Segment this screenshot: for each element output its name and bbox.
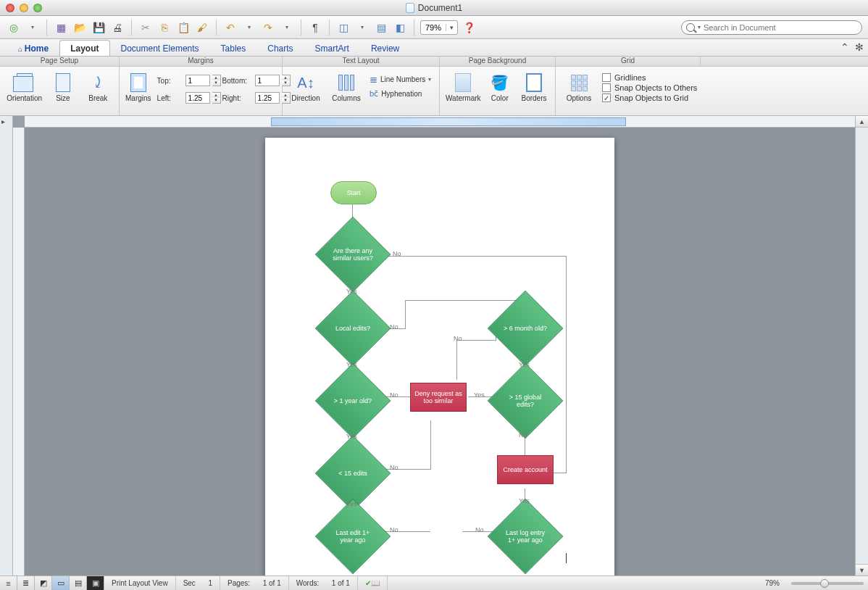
group-label-textlayout: Text Layout [283, 57, 440, 66]
view-print-layout-button[interactable]: ▭ [52, 576, 70, 590]
standard-toolbar: ◎ ▾ ▦ 📂 💾 🖨 ✂ ⎘ 📋 🖌 ↶ ▾ ↷ ▾ ¶ ◫ ▾ ▤ ◧ 79… [0, 16, 868, 39]
template-button[interactable]: ▦ [53, 20, 69, 36]
edge-label: Yes [346, 500, 357, 507]
edge-label: Yes [519, 497, 530, 504]
toolbox-button[interactable]: ▤ [373, 20, 389, 36]
grid-icon [571, 75, 588, 91]
save-button[interactable]: 💾 [91, 20, 107, 36]
status-spellcheck[interactable]: ✔📖 [358, 576, 388, 590]
edge-label: Yes [474, 391, 485, 399]
document-workspace: ▸ [0, 116, 868, 576]
collapse-ribbon-button[interactable]: ⌃ [840, 41, 849, 53]
flowchart-decision-15edits: < 15 edits [326, 446, 380, 500]
paste-button[interactable]: 📋 [175, 20, 191, 36]
snap-others-checkbox[interactable]: Snap Objects to Others [602, 83, 697, 92]
zoom-dropdown-icon[interactable]: ▾ [446, 24, 457, 31]
hyphenation-button[interactable]: bc̄ Hyphenation [370, 89, 431, 99]
gridlines-checkbox[interactable]: Gridlines [602, 73, 697, 82]
new-button[interactable]: ◎ [6, 20, 22, 36]
edge-label: Yes [519, 361, 530, 368]
document-page[interactable]: Start Are there any similar users? Local… [265, 138, 614, 576]
tab-home[interactable]: ⌂ Home [7, 40, 59, 56]
document-area[interactable]: Start Are there any similar users? Local… [25, 128, 855, 576]
pilcrow-button[interactable]: ¶ [307, 20, 323, 36]
columns-button[interactable]: Columns [329, 71, 364, 102]
ribbon-group-headers: Page Setup Margins Text Layout Page Back… [0, 57, 868, 67]
flowchart-decision-last-edit: Last edit 1+ year ago [326, 510, 380, 563]
open-button[interactable]: 📂 [72, 20, 88, 36]
view-draft-button[interactable]: ≡ [0, 576, 17, 590]
line-numbers-button[interactable]: ≣ Line Numbers ▾ [370, 74, 431, 85]
new-dropdown[interactable]: ▾ [25, 20, 41, 36]
status-zoom-readout[interactable]: 79% [758, 576, 787, 590]
watermark-icon [455, 73, 471, 92]
paint-bucket-icon: 🪣 [490, 72, 510, 93]
margin-right-spinner[interactable]: Right: 1.25 ▲▼ [222, 92, 291, 104]
view-focus-button[interactable]: ▣ [87, 576, 104, 590]
status-view-label: Print Layout View [104, 576, 176, 590]
redo-button[interactable]: ↷ [260, 20, 276, 36]
search-dropdown-icon[interactable]: ▾ [698, 24, 701, 30]
undo-dropdown[interactable]: ▾ [241, 20, 257, 36]
view-outline-button[interactable]: ≣ [17, 576, 35, 590]
edge-label: Yes [346, 288, 357, 295]
zoom-combo[interactable]: 79% ▾ [420, 20, 458, 35]
horizontal-ruler[interactable] [25, 116, 855, 128]
tab-charts[interactable]: Charts [256, 40, 304, 56]
edge-label: No [390, 391, 398, 399]
orientation-icon [17, 73, 33, 92]
tab-layout[interactable]: Layout [59, 40, 109, 56]
snap-grid-checkbox[interactable]: ✓Snap Objects to Grid [602, 94, 697, 102]
copy-button[interactable]: ⎘ [157, 20, 172, 36]
status-pages[interactable]: Pages: 1 of 1 [220, 576, 289, 590]
direction-button[interactable]: A↕ Direction [288, 71, 323, 102]
margin-left-spinner[interactable]: Left: 1.25 ▲▼ [157, 92, 221, 104]
margins-button[interactable]: Margins [125, 71, 151, 102]
nav-toggle-icon[interactable]: ▸ [0, 116, 12, 127]
tab-smartart[interactable]: SmartArt [304, 40, 360, 56]
group-label-pagesetup: Page Setup [0, 57, 120, 66]
orientation-button[interactable]: Orientation [6, 71, 43, 102]
redo-dropdown[interactable]: ▾ [279, 20, 295, 36]
search-field[interactable]: ▾ [681, 20, 862, 35]
margin-bottom-spinner[interactable]: Bottom: 1 ▲▼ [222, 75, 291, 86]
print-button[interactable]: 🖨 [109, 20, 125, 36]
edge-label: No [519, 431, 527, 439]
scroll-down-button[interactable]: ▼ [856, 564, 868, 576]
vertical-ruler[interactable] [13, 128, 25, 576]
view-publishing-button[interactable]: ◩ [35, 576, 52, 590]
tab-review[interactable]: Review [360, 40, 410, 56]
status-words[interactable]: Words: 1 of 1 [289, 576, 358, 590]
help-button[interactable]: ❓ [461, 20, 477, 36]
tab-tables[interactable]: Tables [210, 40, 257, 56]
undo-button[interactable]: ↶ [222, 20, 238, 36]
format-painter-button[interactable]: 🖌 [194, 20, 210, 36]
ribbon-body: Orientation Size ⤸ Break Margins Top: [0, 67, 868, 116]
break-button[interactable]: ⤸ Break [83, 71, 113, 102]
flowchart-decision-last-log: Last log entry 1+ year ago [498, 510, 552, 563]
zoom-slider[interactable] [791, 582, 864, 585]
size-button[interactable]: Size [49, 71, 77, 102]
view-notebook-button[interactable]: ▤ [70, 576, 87, 590]
edge-label: No [390, 526, 398, 533]
ribbon-settings-icon[interactable]: ✻ [855, 41, 864, 53]
group-label-pagebg: Page Background [440, 57, 556, 66]
margins-icon [130, 73, 146, 92]
sidebar-button[interactable]: ◫ [335, 20, 351, 36]
edge-label: No [390, 323, 398, 331]
search-input[interactable] [704, 23, 857, 32]
page-color-button[interactable]: 🪣 Color [487, 71, 514, 102]
cut-button[interactable]: ✂ [138, 20, 154, 36]
edge-label: No [390, 464, 398, 471]
grid-options-button[interactable]: Options [562, 71, 596, 102]
flowchart-decision-similar-users: Are there any similar users? [326, 228, 380, 281]
sidebar-dropdown[interactable]: ▾ [354, 20, 370, 36]
vertical-scrollbar[interactable]: ▲ ▼ [855, 116, 868, 576]
watermark-button[interactable]: Watermark [446, 71, 481, 102]
borders-button[interactable]: Borders [519, 71, 549, 102]
gallery-button[interactable]: ◧ [392, 20, 408, 36]
scroll-up-button[interactable]: ▲ [856, 116, 868, 128]
hyphenation-icon: bc̄ [370, 89, 378, 99]
tab-document-elements[interactable]: Document Elements [110, 40, 210, 56]
margin-top-spinner[interactable]: Top: 1 ▲▼ [157, 75, 221, 86]
